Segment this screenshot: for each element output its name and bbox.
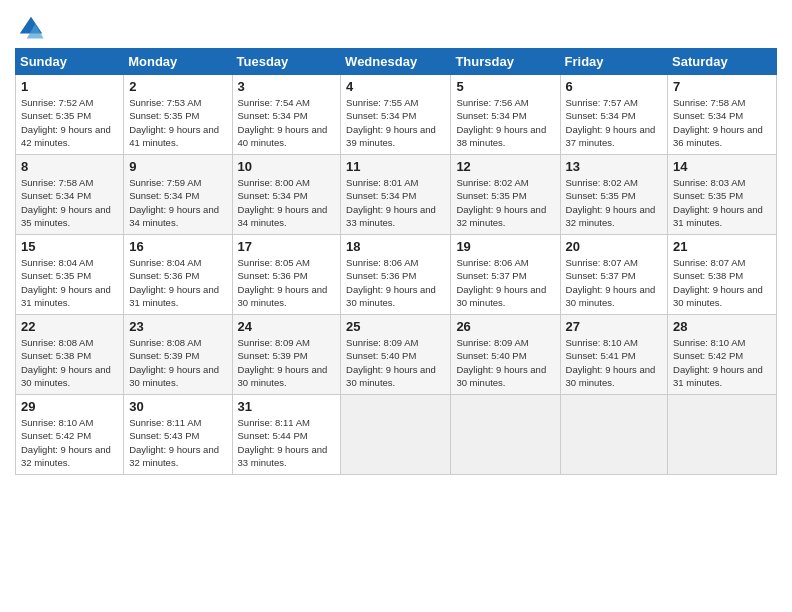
day-cell: 27Sunrise: 8:10 AMSunset: 5:41 PMDayligh… [560,315,668,395]
weekday-header-sunday: Sunday [16,49,124,75]
day-info: Sunrise: 8:01 AMSunset: 5:34 PMDaylight:… [346,177,436,228]
day-number: 17 [238,239,336,254]
day-cell: 16Sunrise: 8:04 AMSunset: 5:36 PMDayligh… [124,235,232,315]
day-cell: 26Sunrise: 8:09 AMSunset: 5:40 PMDayligh… [451,315,560,395]
day-number: 27 [566,319,663,334]
day-number: 19 [456,239,554,254]
day-cell [341,395,451,475]
day-info: Sunrise: 7:54 AMSunset: 5:34 PMDaylight:… [238,97,328,148]
week-row-2: 8Sunrise: 7:58 AMSunset: 5:34 PMDaylight… [16,155,777,235]
day-number: 3 [238,79,336,94]
day-number: 5 [456,79,554,94]
day-number: 6 [566,79,663,94]
day-info: Sunrise: 8:02 AMSunset: 5:35 PMDaylight:… [566,177,656,228]
page-container: SundayMondayTuesdayWednesdayThursdayFrid… [0,0,792,485]
calendar-table: SundayMondayTuesdayWednesdayThursdayFrid… [15,48,777,475]
day-info: Sunrise: 8:04 AMSunset: 5:36 PMDaylight:… [129,257,219,308]
day-cell [668,395,777,475]
day-cell: 24Sunrise: 8:09 AMSunset: 5:39 PMDayligh… [232,315,341,395]
day-number: 23 [129,319,226,334]
day-cell: 30Sunrise: 8:11 AMSunset: 5:43 PMDayligh… [124,395,232,475]
day-number: 15 [21,239,118,254]
week-row-3: 15Sunrise: 8:04 AMSunset: 5:35 PMDayligh… [16,235,777,315]
day-info: Sunrise: 8:06 AMSunset: 5:36 PMDaylight:… [346,257,436,308]
day-number: 4 [346,79,445,94]
day-cell: 23Sunrise: 8:08 AMSunset: 5:39 PMDayligh… [124,315,232,395]
logo [15,14,45,42]
day-number: 2 [129,79,226,94]
day-number: 13 [566,159,663,174]
day-info: Sunrise: 7:52 AMSunset: 5:35 PMDaylight:… [21,97,111,148]
day-cell: 29Sunrise: 8:10 AMSunset: 5:42 PMDayligh… [16,395,124,475]
day-info: Sunrise: 8:00 AMSunset: 5:34 PMDaylight:… [238,177,328,228]
day-cell: 6Sunrise: 7:57 AMSunset: 5:34 PMDaylight… [560,75,668,155]
weekday-header-monday: Monday [124,49,232,75]
day-info: Sunrise: 8:09 AMSunset: 5:40 PMDaylight:… [346,337,436,388]
day-number: 30 [129,399,226,414]
weekday-header-row: SundayMondayTuesdayWednesdayThursdayFrid… [16,49,777,75]
day-cell: 13Sunrise: 8:02 AMSunset: 5:35 PMDayligh… [560,155,668,235]
logo-icon [17,14,45,42]
day-info: Sunrise: 8:10 AMSunset: 5:42 PMDaylight:… [21,417,111,468]
day-info: Sunrise: 8:04 AMSunset: 5:35 PMDaylight:… [21,257,111,308]
day-info: Sunrise: 8:03 AMSunset: 5:35 PMDaylight:… [673,177,763,228]
day-cell: 2Sunrise: 7:53 AMSunset: 5:35 PMDaylight… [124,75,232,155]
weekday-header-wednesday: Wednesday [341,49,451,75]
day-number: 26 [456,319,554,334]
day-info: Sunrise: 8:06 AMSunset: 5:37 PMDaylight:… [456,257,546,308]
day-number: 10 [238,159,336,174]
day-cell: 14Sunrise: 8:03 AMSunset: 5:35 PMDayligh… [668,155,777,235]
day-cell: 10Sunrise: 8:00 AMSunset: 5:34 PMDayligh… [232,155,341,235]
day-info: Sunrise: 7:55 AMSunset: 5:34 PMDaylight:… [346,97,436,148]
weekday-header-thursday: Thursday [451,49,560,75]
day-info: Sunrise: 8:11 AMSunset: 5:44 PMDaylight:… [238,417,328,468]
day-number: 12 [456,159,554,174]
day-cell: 9Sunrise: 7:59 AMSunset: 5:34 PMDaylight… [124,155,232,235]
day-cell: 18Sunrise: 8:06 AMSunset: 5:36 PMDayligh… [341,235,451,315]
day-number: 22 [21,319,118,334]
day-number: 24 [238,319,336,334]
day-cell: 7Sunrise: 7:58 AMSunset: 5:34 PMDaylight… [668,75,777,155]
day-info: Sunrise: 7:58 AMSunset: 5:34 PMDaylight:… [673,97,763,148]
day-cell [451,395,560,475]
day-cell: 5Sunrise: 7:56 AMSunset: 5:34 PMDaylight… [451,75,560,155]
day-cell: 19Sunrise: 8:06 AMSunset: 5:37 PMDayligh… [451,235,560,315]
day-number: 14 [673,159,771,174]
week-row-5: 29Sunrise: 8:10 AMSunset: 5:42 PMDayligh… [16,395,777,475]
day-info: Sunrise: 7:58 AMSunset: 5:34 PMDaylight:… [21,177,111,228]
day-cell: 11Sunrise: 8:01 AMSunset: 5:34 PMDayligh… [341,155,451,235]
day-cell: 8Sunrise: 7:58 AMSunset: 5:34 PMDaylight… [16,155,124,235]
day-number: 1 [21,79,118,94]
day-cell: 17Sunrise: 8:05 AMSunset: 5:36 PMDayligh… [232,235,341,315]
day-cell: 3Sunrise: 7:54 AMSunset: 5:34 PMDaylight… [232,75,341,155]
day-number: 9 [129,159,226,174]
day-cell [560,395,668,475]
day-number: 28 [673,319,771,334]
day-cell: 20Sunrise: 8:07 AMSunset: 5:37 PMDayligh… [560,235,668,315]
day-info: Sunrise: 8:10 AMSunset: 5:42 PMDaylight:… [673,337,763,388]
day-info: Sunrise: 8:11 AMSunset: 5:43 PMDaylight:… [129,417,219,468]
day-cell: 4Sunrise: 7:55 AMSunset: 5:34 PMDaylight… [341,75,451,155]
weekday-header-tuesday: Tuesday [232,49,341,75]
day-info: Sunrise: 8:09 AMSunset: 5:40 PMDaylight:… [456,337,546,388]
day-number: 7 [673,79,771,94]
day-info: Sunrise: 8:02 AMSunset: 5:35 PMDaylight:… [456,177,546,228]
day-number: 21 [673,239,771,254]
day-number: 11 [346,159,445,174]
week-row-4: 22Sunrise: 8:08 AMSunset: 5:38 PMDayligh… [16,315,777,395]
day-info: Sunrise: 7:53 AMSunset: 5:35 PMDaylight:… [129,97,219,148]
header [15,10,777,42]
day-number: 31 [238,399,336,414]
day-info: Sunrise: 7:59 AMSunset: 5:34 PMDaylight:… [129,177,219,228]
day-cell: 12Sunrise: 8:02 AMSunset: 5:35 PMDayligh… [451,155,560,235]
day-info: Sunrise: 7:56 AMSunset: 5:34 PMDaylight:… [456,97,546,148]
day-cell: 28Sunrise: 8:10 AMSunset: 5:42 PMDayligh… [668,315,777,395]
day-info: Sunrise: 8:05 AMSunset: 5:36 PMDaylight:… [238,257,328,308]
day-number: 20 [566,239,663,254]
day-number: 29 [21,399,118,414]
day-cell: 25Sunrise: 8:09 AMSunset: 5:40 PMDayligh… [341,315,451,395]
weekday-header-saturday: Saturday [668,49,777,75]
day-info: Sunrise: 8:10 AMSunset: 5:41 PMDaylight:… [566,337,656,388]
day-cell: 21Sunrise: 8:07 AMSunset: 5:38 PMDayligh… [668,235,777,315]
day-number: 25 [346,319,445,334]
